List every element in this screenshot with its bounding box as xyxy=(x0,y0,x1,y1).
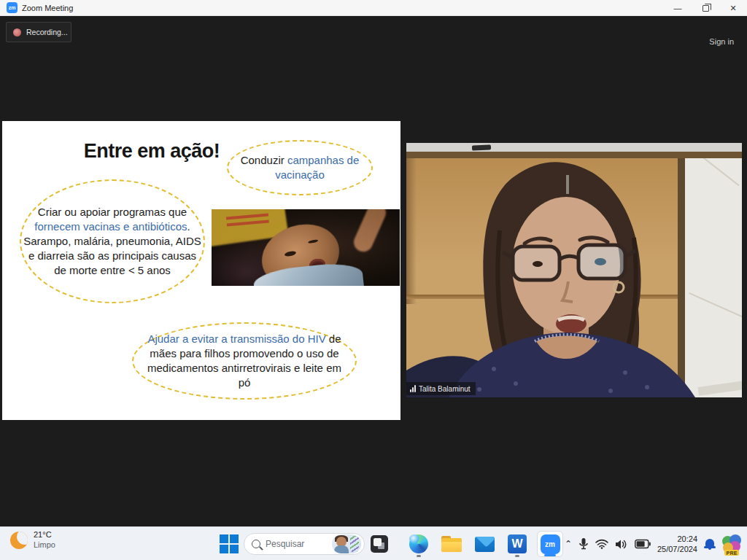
window-titlebar: zm Zoom Meeting — ✕ xyxy=(0,0,747,16)
bubble-bottom-text-blue: Ajudar a evitar a transmissão do HIV xyxy=(147,332,325,345)
battery-icon[interactable] xyxy=(635,539,651,549)
preview-badge: PRE xyxy=(724,550,739,556)
tray-overflow-chevron-icon[interactable]: ⌃ xyxy=(565,539,572,549)
windows-logo-icon xyxy=(220,534,228,543)
recording-indicator[interactable]: Recording... xyxy=(6,22,71,42)
taskbar-app-icons: W zm xyxy=(406,531,563,557)
mail-icon xyxy=(475,537,495,552)
search-icon xyxy=(252,540,260,548)
taskbar-app-word[interactable]: W xyxy=(504,531,530,557)
slide-bubble-programs: Criar ou apoiar programas que fornecem v… xyxy=(20,179,205,303)
shared-screen-slide[interactable]: Entre em ação! Conduzir campanhas de vac… xyxy=(2,121,400,420)
weather-condition: Limpo xyxy=(34,540,55,551)
file-explorer-icon xyxy=(441,536,462,552)
taskbar-weather-widget[interactable]: 21°C Limpo xyxy=(10,530,55,551)
tray-date: 25/07/2024 xyxy=(657,544,697,554)
taskbar-app-file-explorer[interactable] xyxy=(438,531,465,557)
taskbar-app-zoom[interactable]: zm xyxy=(537,531,563,557)
wifi-icon[interactable] xyxy=(595,539,608,549)
notification-bell-icon[interactable] xyxy=(704,538,716,550)
moon-weather-icon xyxy=(10,532,28,549)
participant-name-tag: Talita Balaminut xyxy=(406,382,476,395)
start-button[interactable] xyxy=(220,534,239,553)
slide-photo-child-vaccination xyxy=(212,209,400,286)
task-view-button[interactable] xyxy=(371,535,388,553)
volume-icon[interactable] xyxy=(615,539,628,550)
copilot-preview-icon[interactable]: PRE xyxy=(722,534,741,553)
participant-person xyxy=(406,143,742,397)
tray-time: 20:24 xyxy=(657,534,697,544)
close-button[interactable]: ✕ xyxy=(719,0,747,16)
tray-clock[interactable]: 20:24 25/07/2024 xyxy=(657,534,697,555)
edge-icon xyxy=(409,534,428,553)
edge-running-indicator xyxy=(417,555,421,557)
zoom-taskbar-icon: zm xyxy=(541,534,560,554)
windows-taskbar: 21°C Limpo xyxy=(0,526,747,560)
recording-dot-icon xyxy=(13,28,21,36)
participant-video-tile[interactable]: Talita Balaminut xyxy=(406,143,742,397)
slide-bubble-hiv: Ajudar a evitar a transmissão do HIV de … xyxy=(132,322,357,400)
system-tray: ⌃ 20:24 25/07/2024 xyxy=(565,527,741,560)
bubble-top-text-black: Conduzir xyxy=(241,154,287,166)
window-controls: — ✕ xyxy=(664,0,747,16)
microphone-icon[interactable] xyxy=(578,537,589,551)
taskbar-search-box[interactable] xyxy=(244,533,365,555)
slide-bubble-campaigns: Conduzir campanhas de vacinação xyxy=(227,140,373,195)
connection-signal-icon xyxy=(410,385,416,392)
recording-label: Recording... xyxy=(26,28,68,36)
photo-child-arm xyxy=(351,209,389,254)
participant-name: Talita Balaminut xyxy=(419,385,471,393)
restore-button[interactable] xyxy=(692,0,719,16)
bubble-left-text-black: Criar ou apoiar programas que xyxy=(38,206,187,218)
dna-icon xyxy=(350,536,359,552)
zoom-active-indicator xyxy=(544,554,556,556)
taskbar-app-edge[interactable] xyxy=(406,531,432,557)
meeting-header: Recording... Sign in xyxy=(0,16,747,48)
restore-icon xyxy=(703,5,709,12)
minimize-button[interactable]: — xyxy=(664,0,692,16)
window-title: Zoom Meeting xyxy=(22,4,73,12)
sign-in-button[interactable]: Sign in xyxy=(703,35,740,48)
search-highlight-image xyxy=(332,534,361,553)
word-running-indicator xyxy=(515,555,519,557)
word-icon: W xyxy=(508,534,527,553)
search-input[interactable] xyxy=(266,539,332,549)
bubble-top-text-blue: campanhas de vacinação xyxy=(275,154,359,181)
bubble-left-text-blue: fornecem vacinas e antibióticos xyxy=(34,220,187,233)
zoom-meeting-window: zm Zoom Meeting — ✕ Recording... Sign in… xyxy=(0,0,747,560)
zoom-app-icon: zm xyxy=(7,2,18,13)
slide-title: Entre em ação! xyxy=(68,140,236,163)
taskbar-app-mail[interactable] xyxy=(471,531,498,557)
weather-temperature: 21°C xyxy=(34,530,55,540)
